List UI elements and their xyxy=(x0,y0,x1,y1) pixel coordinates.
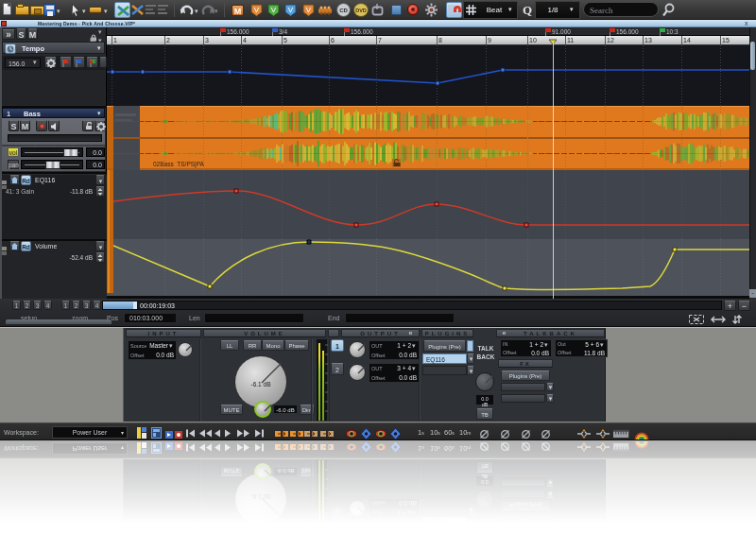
svg-text:CD: CD xyxy=(339,8,348,13)
svg-text:V: V xyxy=(288,6,294,14)
svg-text:V: V xyxy=(306,6,312,14)
svg-text:02Bass TS/PS|PA: 02Bass TS/PS|PA xyxy=(153,161,205,168)
svg-text:V: V xyxy=(271,6,277,14)
svg-text:DVD: DVD xyxy=(355,8,367,13)
svg-text:V: V xyxy=(254,6,260,14)
